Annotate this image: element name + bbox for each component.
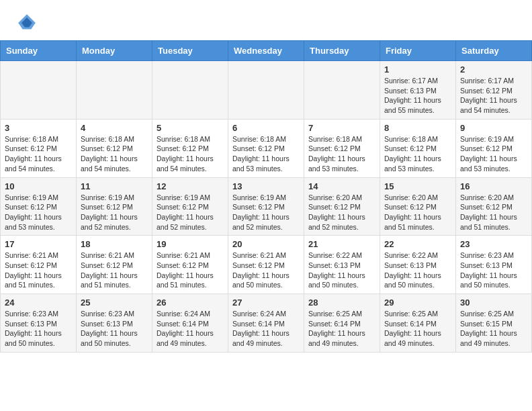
calendar-cell: 3Sunrise: 6:18 AM Sunset: 6:12 PM Daylig… [1, 119, 77, 177]
day-number: 14 [308, 181, 375, 191]
day-number: 21 [308, 239, 375, 249]
day-info: Sunrise: 6:20 AM Sunset: 6:12 PM Dayligh… [460, 193, 527, 232]
calendar-cell: 5Sunrise: 6:18 AM Sunset: 6:12 PM Daylig… [152, 119, 228, 177]
calendar-week-row: 3Sunrise: 6:18 AM Sunset: 6:12 PM Daylig… [1, 119, 532, 177]
calendar-cell: 1Sunrise: 6:17 AM Sunset: 6:13 PM Daylig… [380, 61, 456, 120]
calendar-cell: 27Sunrise: 6:24 AM Sunset: 6:14 PM Dayli… [228, 294, 304, 353]
logo [16, 12, 40, 34]
day-info: Sunrise: 6:18 AM Sunset: 6:12 PM Dayligh… [384, 134, 451, 174]
day-info: Sunrise: 6:23 AM Sunset: 6:13 PM Dayligh… [5, 309, 72, 349]
calendar-week-row: 24Sunrise: 6:23 AM Sunset: 6:13 PM Dayli… [1, 294, 532, 353]
day-info: Sunrise: 6:25 AM Sunset: 6:15 PM Dayligh… [460, 309, 527, 349]
day-number: 22 [384, 239, 451, 249]
calendar-header-row: SundayMondayTuesdayWednesdayThursdayFrid… [1, 41, 532, 61]
calendar-cell [1, 61, 77, 120]
day-info: Sunrise: 6:17 AM Sunset: 6:13 PM Dayligh… [384, 76, 451, 116]
calendar-cell: 6Sunrise: 6:18 AM Sunset: 6:12 PM Daylig… [228, 119, 304, 177]
calendar-cell: 10Sunrise: 6:19 AM Sunset: 6:12 PM Dayli… [1, 177, 77, 236]
calendar-cell: 29Sunrise: 6:25 AM Sunset: 6:14 PM Dayli… [380, 294, 456, 353]
day-info: Sunrise: 6:17 AM Sunset: 6:12 PM Dayligh… [460, 76, 527, 116]
calendar-cell [77, 61, 152, 120]
day-header-friday: Friday [380, 41, 456, 61]
day-number: 24 [5, 298, 72, 308]
calendar-cell [304, 61, 380, 120]
day-info: Sunrise: 6:19 AM Sunset: 6:12 PM Dayligh… [5, 193, 72, 232]
calendar-cell: 22Sunrise: 6:22 AM Sunset: 6:13 PM Dayli… [380, 236, 456, 294]
day-number: 1 [384, 64, 451, 75]
page-header [0, 0, 532, 40]
calendar-cell: 30Sunrise: 6:25 AM Sunset: 6:15 PM Dayli… [456, 294, 532, 353]
calendar-cell: 28Sunrise: 6:25 AM Sunset: 6:14 PM Dayli… [304, 294, 380, 353]
calendar-cell: 16Sunrise: 6:20 AM Sunset: 6:12 PM Dayli… [456, 177, 532, 236]
calendar-cell: 25Sunrise: 6:23 AM Sunset: 6:13 PM Dayli… [77, 294, 152, 353]
logo-icon [16, 12, 38, 34]
day-info: Sunrise: 6:20 AM Sunset: 6:12 PM Dayligh… [384, 193, 451, 232]
day-number: 25 [81, 298, 148, 308]
day-info: Sunrise: 6:25 AM Sunset: 6:14 PM Dayligh… [384, 309, 451, 349]
day-header-tuesday: Tuesday [152, 41, 228, 61]
calendar-cell: 26Sunrise: 6:24 AM Sunset: 6:14 PM Dayli… [152, 294, 228, 353]
day-info: Sunrise: 6:18 AM Sunset: 6:12 PM Dayligh… [5, 134, 72, 174]
day-number: 5 [157, 123, 224, 133]
day-header-sunday: Sunday [1, 41, 77, 61]
day-info: Sunrise: 6:21 AM Sunset: 6:12 PM Dayligh… [232, 250, 300, 290]
calendar-week-row: 1Sunrise: 6:17 AM Sunset: 6:13 PM Daylig… [1, 61, 532, 120]
day-info: Sunrise: 6:24 AM Sunset: 6:14 PM Dayligh… [157, 309, 224, 349]
calendar-cell: 12Sunrise: 6:19 AM Sunset: 6:12 PM Dayli… [152, 177, 228, 236]
day-number: 12 [157, 181, 224, 191]
day-number: 7 [308, 123, 375, 133]
calendar-cell: 20Sunrise: 6:21 AM Sunset: 6:12 PM Dayli… [228, 236, 304, 294]
day-number: 6 [232, 123, 300, 133]
day-number: 4 [81, 123, 148, 133]
day-number: 8 [384, 123, 451, 133]
day-number: 9 [460, 123, 527, 133]
day-number: 15 [384, 181, 451, 191]
day-number: 20 [232, 239, 300, 249]
day-number: 30 [460, 298, 527, 308]
day-info: Sunrise: 6:21 AM Sunset: 6:12 PM Dayligh… [5, 250, 72, 290]
day-info: Sunrise: 6:19 AM Sunset: 6:12 PM Dayligh… [232, 193, 300, 232]
day-number: 11 [81, 181, 148, 191]
day-number: 16 [460, 181, 527, 191]
day-number: 13 [232, 181, 300, 191]
calendar-cell [152, 61, 228, 120]
day-info: Sunrise: 6:22 AM Sunset: 6:13 PM Dayligh… [308, 250, 375, 290]
calendar-cell: 24Sunrise: 6:23 AM Sunset: 6:13 PM Dayli… [1, 294, 77, 353]
day-info: Sunrise: 6:19 AM Sunset: 6:12 PM Dayligh… [81, 193, 148, 232]
calendar-cell: 4Sunrise: 6:18 AM Sunset: 6:12 PM Daylig… [77, 119, 152, 177]
calendar-table: SundayMondayTuesdayWednesdayThursdayFrid… [0, 40, 532, 353]
day-info: Sunrise: 6:20 AM Sunset: 6:12 PM Dayligh… [308, 193, 375, 232]
day-header-monday: Monday [77, 41, 152, 61]
calendar-cell: 18Sunrise: 6:21 AM Sunset: 6:12 PM Dayli… [77, 236, 152, 294]
day-header-wednesday: Wednesday [228, 41, 304, 61]
day-number: 23 [460, 239, 527, 249]
calendar-cell: 15Sunrise: 6:20 AM Sunset: 6:12 PM Dayli… [380, 177, 456, 236]
calendar-cell: 13Sunrise: 6:19 AM Sunset: 6:12 PM Dayli… [228, 177, 304, 236]
day-info: Sunrise: 6:24 AM Sunset: 6:14 PM Dayligh… [232, 309, 300, 349]
day-info: Sunrise: 6:18 AM Sunset: 6:12 PM Dayligh… [81, 134, 148, 174]
calendar-cell: 2Sunrise: 6:17 AM Sunset: 6:12 PM Daylig… [456, 61, 532, 120]
calendar-cell: 9Sunrise: 6:19 AM Sunset: 6:12 PM Daylig… [456, 119, 532, 177]
day-info: Sunrise: 6:18 AM Sunset: 6:12 PM Dayligh… [232, 134, 300, 174]
calendar-cell: 14Sunrise: 6:20 AM Sunset: 6:12 PM Dayli… [304, 177, 380, 236]
day-number: 29 [384, 298, 451, 308]
day-number: 2 [460, 64, 527, 75]
calendar-cell: 7Sunrise: 6:18 AM Sunset: 6:12 PM Daylig… [304, 119, 380, 177]
day-number: 19 [157, 239, 224, 249]
day-number: 3 [5, 123, 72, 133]
calendar-cell: 23Sunrise: 6:23 AM Sunset: 6:13 PM Dayli… [456, 236, 532, 294]
calendar-cell: 19Sunrise: 6:21 AM Sunset: 6:12 PM Dayli… [152, 236, 228, 294]
day-number: 10 [5, 181, 72, 191]
day-header-saturday: Saturday [456, 41, 532, 61]
day-info: Sunrise: 6:25 AM Sunset: 6:14 PM Dayligh… [308, 309, 375, 349]
day-info: Sunrise: 6:23 AM Sunset: 6:13 PM Dayligh… [81, 309, 148, 349]
day-number: 17 [5, 239, 72, 249]
day-number: 26 [157, 298, 224, 308]
day-info: Sunrise: 6:18 AM Sunset: 6:12 PM Dayligh… [157, 134, 224, 174]
day-info: Sunrise: 6:19 AM Sunset: 6:12 PM Dayligh… [460, 134, 527, 174]
calendar-cell: 21Sunrise: 6:22 AM Sunset: 6:13 PM Dayli… [304, 236, 380, 294]
calendar-cell [228, 61, 304, 120]
day-number: 28 [308, 298, 375, 308]
day-number: 27 [232, 298, 300, 308]
calendar-week-row: 10Sunrise: 6:19 AM Sunset: 6:12 PM Dayli… [1, 177, 532, 236]
